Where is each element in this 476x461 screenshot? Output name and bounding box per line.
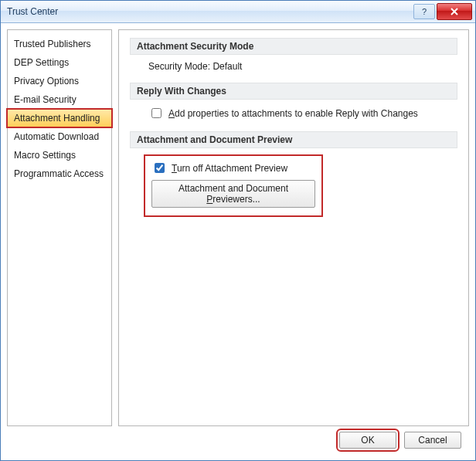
- sidebar-item-trusted-publishers[interactable]: Trusted Publishers: [8, 35, 111, 53]
- add-properties-checkbox[interactable]: [151, 108, 162, 118]
- sidebar-item-label: Programmatic Access: [14, 168, 104, 179]
- window-title: Trust Center: [7, 6, 58, 17]
- sidebar-item-label: Privacy Options: [14, 76, 79, 86]
- trust-center-window: Trust Center ? Trusted Publishers DEP Se…: [0, 0, 476, 461]
- sidebar-item-macro-settings[interactable]: Macro Settings: [8, 146, 111, 164]
- sidebar-item-label: Automatic Download: [14, 131, 99, 142]
- security-mode-label: Security Mode:: [148, 61, 210, 72]
- titlebar: Trust Center ?: [1, 1, 475, 23]
- sidebar-item-privacy-options[interactable]: Privacy Options: [8, 72, 111, 90]
- section-header-reply-changes: Reply With Changes: [130, 83, 457, 100]
- sidebar-item-label: E-mail Security: [14, 94, 76, 105]
- sidebar-item-programmatic-access[interactable]: Programmatic Access: [8, 164, 111, 183]
- ok-button-label: OK: [361, 435, 374, 446]
- dialog-body: Trusted Publishers DEP Settings Privacy …: [1, 23, 475, 460]
- sidebar-item-attachment-handling[interactable]: Attachment Handling: [7, 109, 112, 127]
- content-pane: Attachment Security Mode Security Mode: …: [118, 29, 469, 426]
- ok-button[interactable]: OK: [339, 432, 396, 449]
- sidebar-item-automatic-download[interactable]: Automatic Download: [8, 127, 111, 146]
- turn-off-preview-checkbox[interactable]: [155, 163, 165, 173]
- section-body-security-mode: Security Mode: Default: [130, 61, 457, 83]
- cancel-button[interactable]: Cancel: [404, 432, 461, 449]
- previewers-button[interactable]: Attachment and Document Previewers...: [151, 180, 315, 208]
- close-icon: [450, 8, 459, 15]
- previewers-button-label: Attachment and Document Previewers...: [178, 183, 288, 205]
- add-properties-row[interactable]: Add properties to attachments to enable …: [148, 106, 450, 120]
- category-sidebar: Trusted Publishers DEP Settings Privacy …: [7, 29, 112, 426]
- title-controls: ?: [413, 3, 472, 20]
- sidebar-item-label: Trusted Publishers: [14, 39, 91, 49]
- sidebar-item-dep-settings[interactable]: DEP Settings: [8, 53, 111, 72]
- section-body-reply-changes: Add properties to attachments to enable …: [130, 106, 457, 131]
- dialog-footer: OK Cancel: [7, 426, 469, 454]
- add-properties-label: Add properties to attachments to enable …: [168, 108, 418, 119]
- sidebar-item-label: Macro Settings: [14, 150, 76, 161]
- section-header-preview: Attachment and Document Preview: [130, 131, 457, 148]
- sidebar-item-label: DEP Settings: [14, 57, 69, 68]
- section-header-security-mode: Attachment Security Mode: [130, 38, 457, 55]
- security-mode-line: Security Mode: Default: [148, 61, 242, 72]
- turn-off-preview-label: Turn off Attachment Preview: [172, 163, 287, 174]
- preview-highlight-block: Turn off Attachment Preview Attachment a…: [144, 154, 323, 217]
- security-mode-value: Default: [212, 61, 242, 72]
- help-icon: ?: [422, 7, 427, 16]
- turn-off-preview-row[interactable]: Turn off Attachment Preview: [151, 161, 315, 175]
- help-button[interactable]: ?: [413, 4, 435, 19]
- sidebar-item-label: Attachment Handling: [14, 113, 100, 124]
- close-button[interactable]: [437, 3, 472, 20]
- cancel-button-label: Cancel: [418, 435, 447, 446]
- panels: Trusted Publishers DEP Settings Privacy …: [7, 29, 469, 426]
- sidebar-item-email-security[interactable]: E-mail Security: [8, 90, 111, 109]
